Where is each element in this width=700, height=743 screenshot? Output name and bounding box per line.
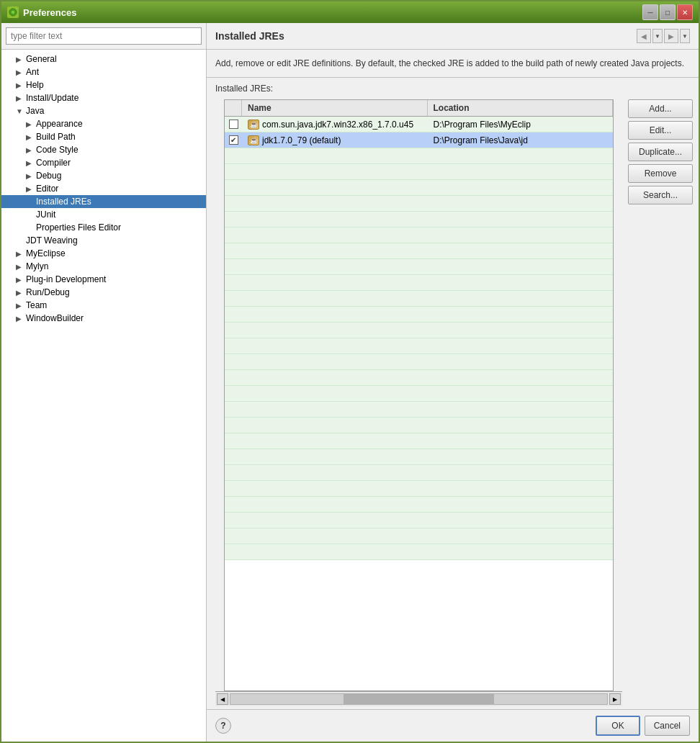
tree-item-label: Team [26,300,47,310]
action-buttons-column: Add... Edit... Duplicate... Remove Searc… [622,99,699,706]
help-button[interactable]: ? [215,718,231,734]
tree-item-debug[interactable]: ▶ Debug [1,169,206,182]
scroll-track[interactable] [230,693,608,705]
table-row[interactable]: ☕ com.sun.java.jdk7.win32.x86_1.7.0.u45 … [225,117,613,132]
tree-item-label: MyEclipse [26,248,66,258]
scroll-left-button[interactable]: ◀ [217,693,228,705]
tree-item-label: Installed JREs [36,197,91,207]
table-empty-row [225,513,613,528]
edit-button[interactable]: Edit... [628,121,693,140]
table-empty-row [225,259,613,275]
tree-item-run-debug[interactable]: ▶ Run/Debug [1,286,206,299]
ok-button[interactable]: OK [596,716,640,736]
table-body: ☕ com.sun.java.jdk7.win32.x86_1.7.0.u45 … [225,117,613,690]
jre-section-label: Installed JREs: [207,78,699,96]
table-empty-row [225,354,613,370]
description-content: Add, remove or edit JRE definitions. By … [215,58,684,68]
table-empty-row [225,212,613,228]
row-name-value: com.sun.java.jdk7.win32.x86_1.7.0.u45 [262,120,413,130]
remove-button[interactable]: Remove [628,164,693,183]
table-empty-row [225,465,613,481]
chevron-down-icon: ▼ [16,107,24,115]
minimize-button[interactable]: ─ [642,4,658,20]
tree-item-help[interactable]: ▶ Help [1,78,206,91]
chevron-right-icon: ▶ [16,81,24,89]
row-checkbox[interactable] [225,118,242,130]
tree-item-label: Ant [26,67,39,77]
table-empty-row [225,307,613,323]
row-checkbox[interactable]: ✔ [225,134,242,146]
add-button[interactable]: Add... [628,99,693,118]
back-dropdown[interactable]: ▼ [652,29,663,43]
row-location-cell: D:\Program Files\MyEclip [428,118,614,131]
tree-item-junit[interactable]: JUnit [1,208,206,221]
table-row[interactable]: ✔ ☕ jdk1.7.0_79 (default) D:\Program Fil… [225,132,613,148]
row-name-cell: ☕ jdk1.7.0_79 (default) [242,134,428,147]
forward-button[interactable]: ▶ [664,29,678,43]
tree-item-java[interactable]: ▼ Java [1,104,206,117]
tree-item-general[interactable]: ▶ General [1,53,206,66]
tree-item-properties-files-editor[interactable]: Properties Files Editor [1,221,206,234]
window-title: Preferences [23,7,76,18]
table-header: Name Location [225,100,613,117]
tree-item-build-path[interactable]: ▶ Build Path [1,130,206,143]
tree-item-label: Plug-in Development [26,274,106,284]
table-empty-row [225,275,613,291]
chevron-right-icon: ▶ [16,276,24,284]
tree-area: ▶ General ▶ Ant ▶ Help ▶ Install/Update [1,50,206,742]
bottom-bar: ? OK Cancel [207,709,699,742]
title-bar-left: Preferences [7,6,76,18]
table-empty-row [225,544,613,560]
table-empty-row [225,228,613,243]
tree-item-label: JDT Weaving [26,235,78,246]
chevron-right-icon: ▶ [26,159,35,167]
title-bar: Preferences ─ □ ✕ [1,1,699,23]
tree-item-label: Java [26,106,44,116]
col-name: Name [242,100,428,116]
preferences-window: Preferences ─ □ ✕ ▶ General ▶ A [0,0,700,743]
tree-item-plugin-development[interactable]: ▶ Plug-in Development [1,273,206,286]
tree-item-label: Mylyn [26,261,48,271]
row-name-cell: ☕ com.sun.java.jdk7.win32.x86_1.7.0.u45 [242,118,428,131]
chevron-right-icon: ▶ [26,133,35,141]
back-button[interactable]: ◀ [637,29,651,43]
duplicate-button[interactable]: Duplicate... [628,143,693,161]
row-location-value: D:\Program Files\MyEclip [434,120,531,130]
tree-item-team[interactable]: ▶ Team [1,299,206,312]
close-button[interactable]: ✕ [677,4,693,20]
table-empty-row [225,148,613,164]
chevron-right-icon: ▶ [16,263,24,271]
tree-item-jdt-weaving[interactable]: JDT Weaving [1,234,206,247]
chevron-right-icon: ▶ [26,120,35,128]
search-button[interactable]: Search... [628,186,693,204]
tree-item-appearance[interactable]: ▶ Appearance [1,117,206,130]
app-icon [7,6,19,18]
tree-item-label: Compiler [36,158,71,168]
table-and-buttons: Name Location ☕ [207,96,699,709]
tree-item-installed-jres[interactable]: Installed JREs [1,195,206,208]
tree-item-windowbuilder[interactable]: ▶ WindowBuilder [1,312,206,325]
description-text: Add, remove or edit JRE definitions. By … [207,50,699,78]
tree-item-ant[interactable]: ▶ Ant [1,66,206,78]
tree-item-install-update[interactable]: ▶ Install/Update [1,91,206,104]
maximize-button[interactable]: □ [660,4,676,20]
scroll-right-button[interactable]: ▶ [609,693,621,705]
tree-item-code-style[interactable]: ▶ Code Style [1,143,206,156]
nav-buttons: ◀ ▼ ▶ ▼ [637,29,690,43]
chevron-right-icon: ▶ [16,250,24,258]
tree-item-compiler[interactable]: ▶ Compiler [1,156,206,169]
filter-input[interactable] [6,27,202,45]
tree-item-editor[interactable]: ▶ Editor [1,182,206,195]
tree-item-label: WindowBuilder [26,313,84,323]
checkbox-icon [229,120,238,129]
forward-dropdown[interactable]: ▼ [680,29,690,43]
horizontal-scrollbar[interactable]: ◀ ▶ [215,691,622,706]
help-label: ? [220,721,225,731]
tree-item-myeclipse[interactable]: ▶ MyEclipse [1,247,206,260]
tree-item-mylyn[interactable]: ▶ Mylyn [1,260,206,273]
table-empty-row [225,497,613,513]
cancel-button[interactable]: Cancel [645,716,690,736]
main-content: ▶ General ▶ Ant ▶ Help ▶ Install/Update [1,23,699,742]
tree-item-label: Install/Update [26,93,78,103]
tree-item-label: Editor [36,184,58,194]
